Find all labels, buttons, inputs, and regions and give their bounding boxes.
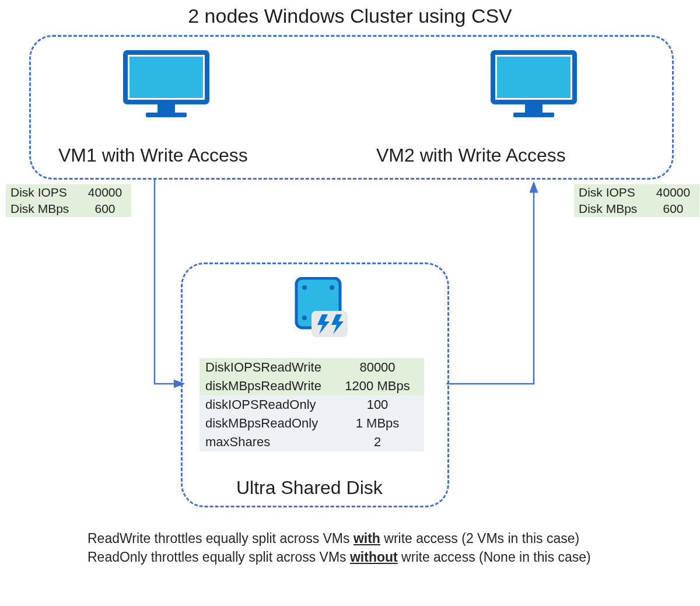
disk-iops-label: Disk IOPS — [6, 184, 79, 201]
prop-key: DiskIOPSReadWrite — [200, 358, 331, 377]
table-row: Disk MBps 600 — [6, 201, 131, 217]
disk-mbps-label: Disk MBps — [574, 201, 647, 217]
prop-key: diskIOPSReadOnly — [200, 395, 331, 414]
svg-rect-3 — [146, 113, 187, 117]
table-row: diskMBpsReadOnly 1 MBps — [200, 414, 424, 433]
table-row: Disk IOPS 40000 — [574, 184, 699, 201]
disk-iops-value: 40000 — [79, 184, 131, 201]
table-row: DiskIOPSReadWrite 80000 — [200, 358, 424, 377]
ultra-disk-properties-table: DiskIOPSReadWrite 80000 diskMBpsReadWrit… — [200, 358, 424, 451]
table-row: Disk IOPS 40000 — [6, 184, 131, 201]
footnote-text: write access (2 VMs in this case) — [380, 531, 579, 546]
disk-mbps-value: 600 — [647, 201, 699, 217]
prop-key: diskMBpsReadOnly — [200, 414, 331, 433]
svg-rect-2 — [158, 104, 175, 113]
footnote-bold: with — [354, 531, 380, 546]
disk-mbps-value: 600 — [79, 201, 131, 217]
footnote-bold: without — [350, 549, 398, 565]
svg-point-10 — [330, 285, 334, 290]
prop-value: 80000 — [331, 358, 424, 377]
vm1-label: VM1 with Write Access — [58, 145, 248, 166]
disk-iops-label: Disk IOPS — [574, 184, 647, 201]
footnote-text: ReadOnly throttles equally split across … — [88, 549, 350, 565]
svg-rect-1 — [130, 57, 203, 98]
footnote-text: write access (None in this case) — [398, 549, 591, 565]
ultra-disk-icon — [292, 277, 350, 341]
svg-rect-7 — [513, 113, 554, 117]
diagram-title: 2 nodes Windows Cluster using CSV — [188, 5, 512, 27]
footnote-text: ReadWrite throttles equally split across… — [88, 531, 354, 546]
disk-mbps-label: Disk MBps — [6, 201, 79, 217]
disk-iops-value: 40000 — [647, 184, 699, 201]
svg-rect-6 — [525, 104, 542, 113]
prop-value: 1 MBps — [331, 414, 424, 433]
table-row: diskMBpsReadWrite 1200 MBps — [200, 377, 424, 395]
prop-value: 2 — [331, 433, 424, 451]
diagram-canvas: 2 nodes Windows Cluster using CSV VM1 wi… — [0, 0, 700, 606]
arrow-disk-to-vm2 — [443, 180, 560, 395]
table-row: maxShares 2 — [200, 433, 424, 451]
ultra-disk-label: Ultra Shared Disk — [236, 477, 383, 499]
svg-rect-5 — [497, 57, 570, 98]
vm1-disk-table: Disk IOPS 40000 Disk MBps 600 — [6, 184, 131, 217]
table-row: diskIOPSReadOnly 100 — [200, 395, 424, 414]
vm2-label: VM2 with Write Access — [376, 145, 566, 166]
monitor-icon — [490, 50, 578, 120]
svg-point-11 — [302, 316, 307, 320]
footnote-readonly: ReadOnly throttles equally split across … — [88, 549, 591, 565]
vm2-disk-table: Disk IOPS 40000 Disk MBps 600 — [574, 184, 699, 217]
table-row: Disk MBps 600 — [574, 201, 699, 217]
monitor-icon — [123, 50, 210, 120]
prop-value: 1200 MBps — [331, 377, 424, 395]
prop-key: maxShares — [200, 433, 331, 451]
prop-value: 100 — [331, 395, 424, 414]
prop-key: diskMBpsReadWrite — [200, 377, 331, 395]
svg-rect-12 — [312, 311, 348, 337]
footnote-readwrite: ReadWrite throttles equally split across… — [88, 531, 579, 547]
svg-point-9 — [302, 285, 307, 290]
